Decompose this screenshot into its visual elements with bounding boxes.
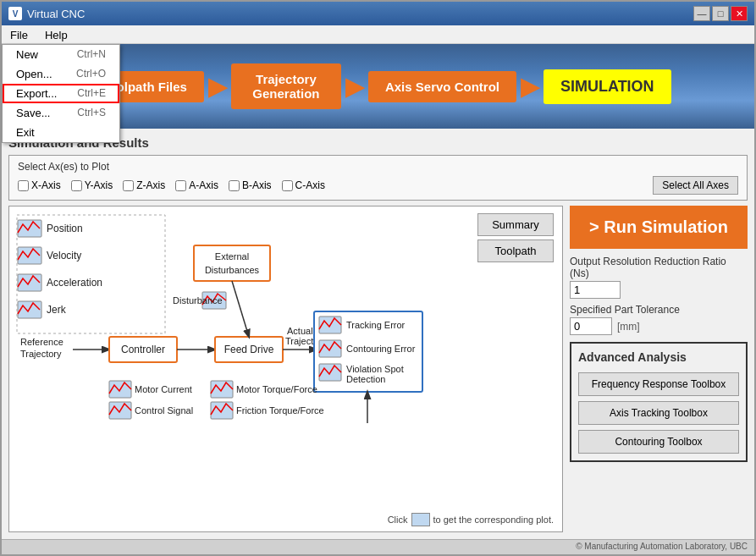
window-title: Virtual CNC bbox=[27, 8, 85, 20]
flow-step-servo: Axis Servo Control bbox=[368, 71, 516, 102]
part-tolerance-row: Specified Part Tolerance [mm] bbox=[570, 304, 748, 335]
maximize-button[interactable]: □ bbox=[712, 6, 729, 21]
svg-text:Violation Spot: Violation Spot bbox=[346, 364, 404, 374]
footer-text: © Manufacturing Automation Laboratory, U… bbox=[576, 542, 748, 551]
summary-toolpath-area: Summary Toolpath bbox=[477, 213, 554, 262]
svg-text:Disturbance: Disturbance bbox=[173, 295, 223, 306]
svg-text:Control Signal: Control Signal bbox=[135, 405, 193, 416]
output-resolution-row: Output Resolution Reduction Ratio (Ns) bbox=[570, 256, 748, 299]
arrow-2: ▶ bbox=[345, 73, 364, 101]
menu-new[interactable]: New Ctrl+N bbox=[3, 45, 119, 64]
right-panel: > Run Simulation Output Resolution Reduc… bbox=[570, 206, 748, 532]
axis-b-check[interactable]: B-Axis bbox=[229, 179, 272, 191]
svg-text:Friction Torque/Force: Friction Torque/Force bbox=[236, 405, 324, 416]
part-tolerance-input-row: [mm] bbox=[570, 317, 748, 335]
svg-text:Contouring Error: Contouring Error bbox=[346, 344, 416, 354]
svg-text:Feed Drive: Feed Drive bbox=[224, 344, 274, 355]
click-hint: Click to get the corresponding plot. bbox=[388, 513, 554, 526]
menu-exit[interactable]: Exit bbox=[3, 123, 119, 142]
menu-export[interactable]: Export... Ctrl+E bbox=[3, 84, 119, 103]
file-dropdown: New Ctrl+N Open... Ctrl+O Export... Ctrl… bbox=[2, 44, 120, 143]
menu-open[interactable]: Open... Ctrl+O bbox=[3, 64, 119, 84]
arrow-1: ▶ bbox=[208, 73, 227, 101]
part-tolerance-label: Specified Part Tolerance bbox=[570, 304, 748, 316]
arrow-3: ▶ bbox=[521, 73, 539, 101]
part-tolerance-input[interactable] bbox=[570, 317, 612, 335]
frequency-response-toolbox-button[interactable]: Frequency Response Toolbox bbox=[578, 372, 739, 396]
axes-panel: Select Ax(es) to Plot X-Axis Y-Axis Z-Ax… bbox=[8, 155, 748, 201]
menu-file[interactable]: File New Ctrl+N Open... Ctrl+O Export...… bbox=[2, 27, 36, 41]
menu-bar: File New Ctrl+N Open... Ctrl+O Export...… bbox=[2, 25, 754, 44]
summary-button[interactable]: Summary bbox=[477, 213, 554, 236]
axis-a-check[interactable]: A-Axis bbox=[175, 179, 218, 191]
lower-area: Summary Toolpath Position Velocity bbox=[8, 206, 748, 532]
title-bar: V Virtual CNC — □ ✕ bbox=[2, 2, 754, 25]
flow-step-simulation: SIMULATION bbox=[544, 69, 671, 104]
axis-z-check[interactable]: Z-Axis bbox=[123, 179, 165, 191]
svg-text:Motor Torque/Force: Motor Torque/Force bbox=[236, 384, 317, 394]
title-bar-left: V Virtual CNC bbox=[8, 7, 85, 20]
advanced-title: Advanced Analysis bbox=[578, 350, 739, 364]
svg-text:Motor Current: Motor Current bbox=[135, 384, 192, 394]
axes-checkboxes: X-Axis Y-Axis Z-Axis A-Axis B-Axis C-Axi… bbox=[18, 176, 738, 195]
window-controls: — □ ✕ bbox=[693, 6, 748, 21]
menu-help[interactable]: Help bbox=[36, 27, 76, 41]
flow-step-trajectory: Trajectory Generation bbox=[231, 63, 341, 109]
toolpath-button[interactable]: Toolpath bbox=[477, 239, 554, 262]
contouring-toolbox-button[interactable]: Contouring Toolbox bbox=[578, 430, 739, 454]
svg-line-19 bbox=[232, 281, 249, 337]
select-all-axes-button[interactable]: Select All Axes bbox=[653, 176, 738, 195]
svg-text:Detection: Detection bbox=[346, 374, 385, 384]
app-icon: V bbox=[8, 7, 22, 20]
svg-text:Reference: Reference bbox=[20, 337, 63, 347]
svg-text:Tracking Error: Tracking Error bbox=[346, 320, 406, 330]
part-tolerance-unit: [mm] bbox=[617, 321, 640, 333]
axis-tracking-toolbox-button[interactable]: Axis Tracking Toolbox bbox=[578, 401, 739, 425]
svg-text:Velocity: Velocity bbox=[47, 250, 81, 261]
minimize-button[interactable]: — bbox=[693, 6, 710, 21]
output-resolution-input[interactable] bbox=[570, 281, 621, 299]
close-button[interactable]: ✕ bbox=[731, 6, 748, 21]
svg-text:Position: Position bbox=[47, 223, 83, 234]
main-content: Simulation and Results Select Ax(es) to … bbox=[2, 129, 754, 539]
axis-c-check[interactable]: C-Axis bbox=[282, 179, 325, 191]
settings-area: Output Resolution Reduction Ratio (Ns) S… bbox=[570, 256, 748, 335]
svg-text:Actual: Actual bbox=[287, 326, 313, 336]
svg-text:Disturbances: Disturbances bbox=[205, 265, 260, 275]
main-window: V Virtual CNC — □ ✕ File New Ctrl+N Open… bbox=[0, 0, 756, 556]
run-simulation-button[interactable]: > Run Simulation bbox=[570, 206, 748, 249]
advanced-panel: Advanced Analysis Frequency Response Too… bbox=[570, 342, 748, 462]
svg-text:Acceleration: Acceleration bbox=[47, 277, 102, 289]
svg-text:External: External bbox=[215, 251, 249, 261]
diagram-area: Summary Toolpath Position Velocity bbox=[8, 206, 563, 532]
axis-y-check[interactable]: Y-Axis bbox=[71, 179, 113, 191]
svg-text:Trajectory: Trajectory bbox=[20, 349, 62, 359]
svg-text:Jerk: Jerk bbox=[47, 304, 67, 316]
axis-x-check[interactable]: X-Axis bbox=[18, 179, 61, 191]
output-resolution-label: Output Resolution Reduction Ratio (Ns) bbox=[570, 256, 748, 279]
axes-group-label: Select Ax(es) to Plot bbox=[18, 161, 738, 173]
menu-save[interactable]: Save... Ctrl+S bbox=[3, 103, 119, 123]
svg-text:Controller: Controller bbox=[121, 344, 165, 355]
footer: © Manufacturing Automation Laboratory, U… bbox=[2, 539, 754, 554]
